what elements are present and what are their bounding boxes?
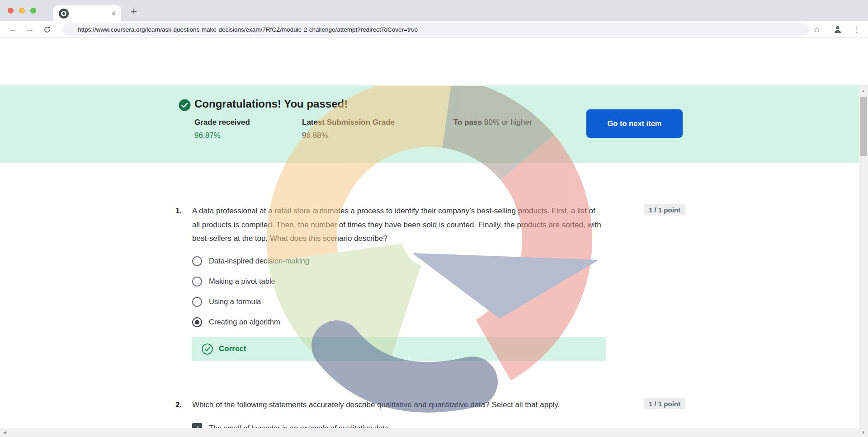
radio-input[interactable] [192,277,202,287]
browser-window: × + ← → https://www.coursera.org/learn/a… [0,0,868,437]
vertical-scrollbar-thumb[interactable] [860,97,867,156]
banner-title: Congratulations! You passed! [194,98,348,110]
option-label: Creating an algorithm [209,318,280,326]
menu-kebab-icon[interactable]: ⋮ [850,21,863,38]
new-tab-button[interactable]: + [127,5,140,18]
option-label: Using a formula [209,297,261,306]
option-label: Making a pivot table [209,277,275,286]
url-text: https://www.coursera.org/learn/ask-quest… [78,26,418,33]
close-window-button[interactable] [8,8,14,14]
page-header: Back Module 2 challenge Graded Quiz • 40… [0,38,868,86]
correct-label: Correct [219,344,246,353]
tab-close-icon[interactable]: × [112,10,116,17]
correct-check-icon [202,343,213,355]
window-controls [8,8,36,14]
quiz-area: 1. A data professional at a retail store… [0,163,859,433]
scroll-down-icon[interactable]: ▼ [861,430,865,435]
radio-input[interactable] [192,317,202,327]
question-1: 1. A data professional at a retail store… [175,204,685,361]
horizontal-scrollbar[interactable]: ◀ [0,428,859,437]
passed-check-icon [179,99,191,111]
question-text: A data professional at a retail store au… [192,204,601,246]
radio-option[interactable]: Creating an algorithm [192,317,601,328]
option-label: Data-inspired decision-making [209,257,309,265]
address-bar[interactable]: https://www.coursera.org/learn/ask-quest… [62,23,809,36]
radio-option[interactable]: Data-inspired decision-making [192,256,601,267]
scroll-up-icon[interactable]: ▲ [861,89,865,93]
passed-banner: Congratulations! You passed! Grade recei… [0,86,859,163]
answer-options: Data-inspired decision-making Making a p… [192,256,601,328]
browser-tab[interactable]: × [53,5,121,21]
to-pass: To pass 80% or higher [453,116,533,129]
reload-icon[interactable] [40,21,54,38]
points-badge: 1 / 1 point [644,398,685,409]
grade-received: Grade received 96.87% [194,116,275,142]
latest-submission-grade: Latest Submission Grade 96.88% [302,116,419,142]
bookmark-star-icon[interactable]: ☆ [810,21,824,38]
tab-favicon-icon [59,9,69,19]
forward-nav-icon[interactable]: → [23,21,37,38]
radio-input[interactable] [192,297,202,307]
radio-option[interactable]: Using a formula [192,296,601,307]
profile-icon[interactable] [831,21,844,38]
question-number: 1. [175,204,192,218]
zoom-window-button[interactable] [30,8,36,14]
minimize-window-button[interactable] [19,8,25,14]
vertical-scrollbar[interactable]: ▲ ▼ [859,86,868,437]
scroll-left-icon[interactable]: ◀ [3,430,6,435]
browser-toolbar: ← → https://www.coursera.org/learn/ask-q… [0,21,868,38]
radio-option[interactable]: Making a pivot table [192,276,601,287]
points-badge: 1 / 1 point [644,204,685,216]
back-nav-icon[interactable]: ← [5,21,20,38]
correct-feedback-banner: Correct [192,337,606,361]
question-text: Which of the following statements accura… [192,398,601,412]
tab-strip: × + [0,0,868,21]
page-content: Congratulations! You passed! Grade recei… [0,86,868,437]
radio-input[interactable] [192,256,202,266]
question-number: 2. [175,398,192,412]
go-to-next-item-button[interactable]: Go to next item [586,109,683,138]
